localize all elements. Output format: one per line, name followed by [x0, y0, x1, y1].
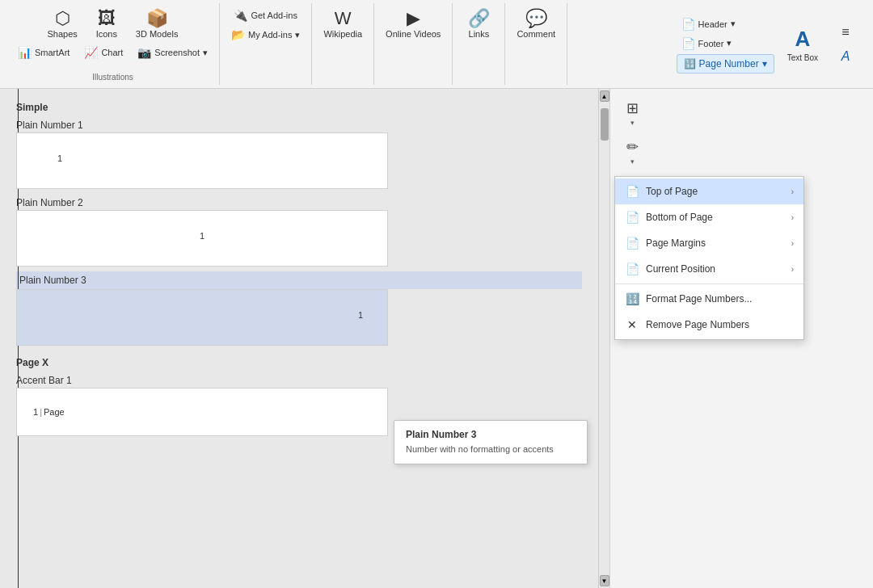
- plain2-preview[interactable]: 1: [16, 210, 388, 267]
- wikipedia-icon: W: [335, 10, 352, 27]
- tooltip: Plain Number 3 Number with no formatting…: [394, 420, 588, 464]
- accent1-label: Accent Bar 1: [16, 372, 582, 388]
- page-margins-label: Page Margins: [646, 237, 785, 249]
- top-of-page-icon: 📄: [625, 184, 639, 199]
- screenshot-icon: 📷: [137, 46, 151, 59]
- sidebar-edit-button[interactable]: ✏ ▾: [615, 134, 651, 170]
- page-number-icon: 🔢: [684, 58, 696, 69]
- footer-button[interactable]: 📄 Footer ▾: [677, 35, 774, 52]
- header-button[interactable]: 📄 Header ▾: [677, 15, 774, 33]
- links-group: 🔗 Links: [453, 3, 505, 85]
- scrollbar-thumb[interactable]: [601, 108, 609, 141]
- menu-item-current-position[interactable]: 📄 Current Position ›: [615, 256, 803, 282]
- page-margins-arrow: ›: [791, 239, 794, 248]
- chart-button[interactable]: 📈 Chart: [79, 44, 128, 61]
- my-addins-arrow: ▾: [295, 30, 300, 40]
- scrollbar-up-button[interactable]: ▲: [600, 90, 609, 102]
- chart-label: Chart: [101, 48, 123, 57]
- text-box-icon: A: [795, 27, 810, 52]
- my-addins-button[interactable]: 📂 My Add-ins ▾: [226, 26, 305, 44]
- top-of-page-arrow: ›: [791, 187, 794, 196]
- plain3-preview[interactable]: 1: [16, 289, 388, 346]
- sidebar-layout-icon: ⊞: [626, 99, 639, 117]
- my-addins-icon: 📂: [231, 28, 245, 41]
- 3d-models-button[interactable]: 📦 3D Models: [131, 6, 183, 42]
- page-margins-icon: 📄: [625, 236, 639, 250]
- wikipedia-group: W Wikipedia: [312, 3, 374, 85]
- sidebar-layout-button[interactable]: ⊞ ▾: [615, 95, 651, 131]
- text-box-button[interactable]: A Text Box: [782, 23, 823, 65]
- doc-scroll[interactable]: Simple Plain Number 1 1 Plain Number 2 1…: [0, 89, 598, 588]
- plain2-number: 1: [200, 231, 205, 241]
- tooltip-description: Number with no formatting or accents: [406, 443, 576, 456]
- illustrations-row1: ⬡ Shapes 🖼 Icons 📦 3D Models: [43, 6, 183, 42]
- page-number-button[interactable]: 🔢 Page Number ▾: [677, 54, 774, 74]
- get-addins-label: Get Add-ins: [251, 10, 297, 20]
- plain1-number: 1: [57, 153, 62, 163]
- wikipedia-label: Wikipedia: [323, 29, 362, 39]
- chart-icon: 📈: [84, 46, 98, 59]
- bottom-of-page-arrow: ›: [791, 213, 794, 222]
- plain3-label: Plain Number 3: [16, 271, 582, 289]
- links-icon: 🔗: [468, 10, 490, 27]
- wikipedia-button[interactable]: W Wikipedia: [318, 6, 367, 42]
- ribbon-right: 📄 Header ▾ 📄 Footer ▾ 🔢 Page Number ▾ A …: [670, 3, 867, 85]
- simple-section-header: Simple: [16, 95, 582, 116]
- footer-icon: 📄: [681, 37, 695, 50]
- icons-button[interactable]: 🖼 Icons: [87, 6, 126, 42]
- menu-item-remove-page-numbers[interactable]: ✕ Remove Page Numbers: [615, 312, 803, 338]
- smartart-icon: 📊: [18, 46, 32, 59]
- menu-item-format-page-numbers[interactable]: 🔢 Format Page Numbers...: [615, 286, 803, 312]
- current-position-icon: 📄: [625, 262, 639, 276]
- illustrations-row2: 📊 SmartArt 📈 Chart 📷 Screenshot ▾: [13, 44, 213, 61]
- menu-item-bottom-of-page[interactable]: 📄 Bottom of Page ›: [615, 204, 803, 230]
- pagex-label: Page X: [16, 351, 582, 372]
- screenshot-button[interactable]: 📷 Screenshot ▾: [133, 44, 213, 61]
- comment-button[interactable]: 💬 Comment: [512, 6, 560, 42]
- plain1-preview[interactable]: 1: [16, 132, 388, 189]
- shapes-button[interactable]: ⬡ Shapes: [43, 6, 82, 42]
- format-page-numbers-label: Format Page Numbers...: [646, 293, 794, 304]
- bottom-of-page-icon: 📄: [625, 210, 639, 225]
- quick-parts-button[interactable]: ≡: [831, 22, 860, 43]
- links-label: Links: [469, 29, 490, 39]
- plain2-label: Plain Number 2: [16, 194, 582, 210]
- scrollbar-down-button[interactable]: ▼: [600, 575, 609, 586]
- wordart-button[interactable]: A: [831, 46, 860, 67]
- bottom-of-page-label: Bottom of Page: [646, 212, 785, 223]
- remove-page-numbers-label: Remove Page Numbers: [646, 319, 794, 330]
- smartart-label: SmartArt: [35, 48, 70, 57]
- accent1-preview[interactable]: 1 | Page: [16, 388, 388, 436]
- accent-bar-content: 1 | Page: [33, 407, 65, 417]
- doc-wrapper: Simple Plain Number 1 1 Plain Number 2 1…: [0, 89, 609, 588]
- ribbon: ⬡ Shapes 🖼 Icons 📦 3D Models 📊 SmartArt …: [0, 0, 873, 89]
- shapes-icon: ⬡: [55, 10, 70, 27]
- smartart-button[interactable]: 📊 SmartArt: [13, 44, 74, 61]
- comment-label: Comment: [517, 29, 555, 39]
- top-of-page-label: Top of Page: [646, 186, 785, 197]
- get-addins-icon: 🔌: [234, 9, 247, 22]
- quick-parts-icon: ≡: [841, 25, 849, 40]
- main-content: Simple Plain Number 1 1 Plain Number 2 1…: [0, 89, 873, 588]
- scrollbar[interactable]: ▲ ▼: [598, 89, 609, 588]
- addins-group: 🔌 Get Add-ins 📂 My Add-ins ▾: [220, 3, 312, 85]
- plain3-number: 1: [358, 310, 363, 320]
- illustrations-group: ⬡ Shapes 🖼 Icons 📦 3D Models 📊 SmartArt …: [6, 3, 220, 85]
- illustrations-label: Illustrations: [92, 71, 133, 82]
- current-position-label: Current Position: [646, 263, 785, 275]
- menu-divider: [615, 284, 803, 284]
- header-footer-group: 📄 Header ▾ 📄 Footer ▾ 🔢 Page Number ▾: [673, 12, 778, 77]
- online-videos-button[interactable]: ▶ Online Videos: [381, 6, 445, 42]
- text-group: A Text Box: [779, 20, 826, 69]
- current-position-arrow: ›: [791, 265, 794, 274]
- my-addins-label: My Add-ins: [248, 30, 292, 40]
- menu-item-top-of-page[interactable]: 📄 Top of Page ›: [615, 178, 803, 204]
- scrollbar-track-area[interactable]: [601, 102, 609, 575]
- shapes-label: Shapes: [48, 29, 78, 39]
- links-button[interactable]: 🔗 Links: [459, 6, 498, 42]
- menu-item-page-margins[interactable]: 📄 Page Margins ›: [615, 230, 803, 256]
- doc-area: Simple Plain Number 1 1 Plain Number 2 1…: [0, 89, 598, 588]
- text-box-label: Text Box: [787, 53, 818, 62]
- page-number-label: Page Number: [699, 58, 759, 69]
- get-addins-button[interactable]: 🔌 Get Add-ins: [229, 6, 302, 24]
